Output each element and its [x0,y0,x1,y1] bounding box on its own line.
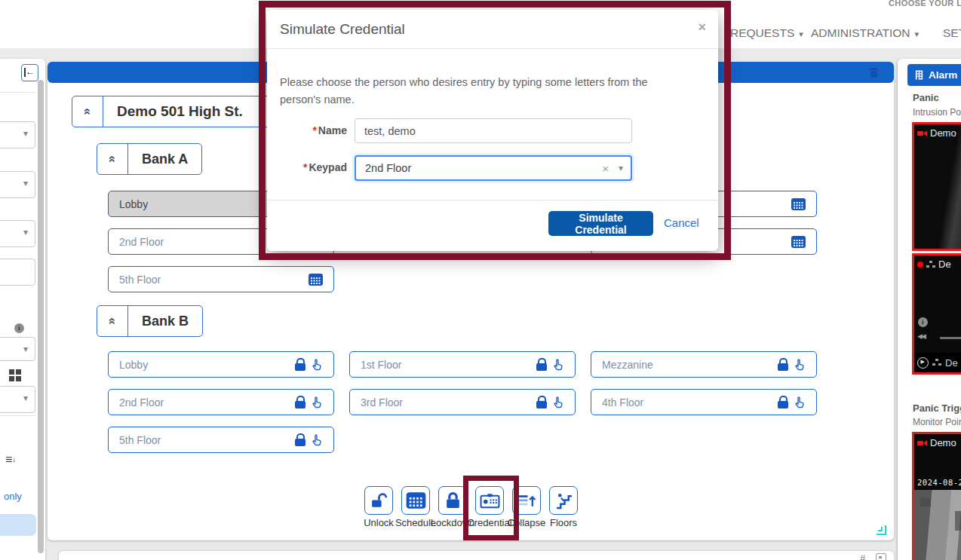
grid-view-icon[interactable] [9,369,21,381]
window-icon[interactable] [876,553,886,560]
bank-a-header: Bank A [97,143,202,175]
nav-administration-label: ADMINISTRATION [811,26,910,39]
only-filter-link[interactable]: only [4,491,22,502]
choose-language-link[interactable]: CHOOSE YOUR LA [889,0,961,8]
modal-header: Simulate Credential × [267,10,718,49]
required-marker: * [303,161,307,173]
credential-badge-icon [480,493,500,509]
sidebar-dropdown-5[interactable] [0,386,35,413]
camera-label: Demo [930,437,956,448]
nav-administration[interactable]: ADMINISTRATION [811,26,919,40]
alarm-subtitle: Intrusion Poi [913,107,961,118]
credential-button[interactable] [475,486,504,515]
recording-dot-icon [917,262,923,268]
sidebar-dropdown-1[interactable] [0,121,35,148]
unlock-icon [370,491,388,510]
modal-title: Simulate Credential [280,21,405,38]
floor-button-1st-floor[interactable]: 1st Floor [349,351,576,378]
floor-label: Mezzanine [602,359,653,371]
chevron-down-icon[interactable] [619,163,623,173]
sort-descending-icon[interactable]: ≡ [5,454,16,465]
dock-panel-icon[interactable] [21,64,38,81]
unlock-tool: Unlock [364,486,393,515]
hand-tap-icon [552,396,564,409]
modal-footer: Simulate Credential Cancel [267,200,718,251]
bank-a-collapse-button[interactable] [97,144,128,174]
nav-requests[interactable]: REQUESTS [730,26,803,40]
floor-button-mezzanine[interactable]: Mezzanine [591,351,817,378]
floor-button-3rd-floor[interactable]: 3rd Floor [349,389,576,415]
floor-label: Lobby [119,198,148,210]
schedule-tool: Schedule [401,486,430,515]
simulate-credential-submit-button[interactable]: Simulate Credential [548,211,653,236]
sidebar-dropdown-2[interactable] [0,171,35,198]
floor-button-4th-floor[interactable]: 4th Floor [591,389,817,415]
floor-label: 2nd Floor [119,396,164,409]
panel-resize-handle[interactable] [877,525,886,535]
floor-button-5th-floor[interactable]: 5th Floor [108,266,334,292]
keypad-field-label: *Keypad [280,161,347,173]
close-icon[interactable]: × [698,20,706,35]
camera-thumbnail-1[interactable]: Demo [912,122,961,251]
scrub-bar[interactable] [940,337,961,339]
bank-b-header: Bank B [97,305,203,337]
sitemap-icon [926,261,935,268]
name-input[interactable] [355,118,632,143]
floor-button-5th-floor[interactable]: 5th Floor [108,427,334,453]
modal-description: Please choose the person who desires ent… [280,74,683,109]
tool-label: Unlock [364,517,394,528]
nav-settings[interactable]: SET [943,26,961,40]
sidebar-divider [0,415,35,416]
camera-thumbnail-3[interactable]: Demo 2024-08-28 [912,432,961,560]
floor-button-lobby[interactable]: Lobby [108,351,334,378]
alarm-button-label: Alarm [929,69,957,81]
floor-label: 3rd Floor [361,396,403,409]
floor-label: 5th Floor [119,434,161,446]
stairs-icon [554,491,573,510]
schedule-button[interactable] [401,486,430,515]
video-timestamp: 2024-08-28 [917,478,961,487]
nav-settings-label: SET [943,26,961,39]
site-collapse-button[interactable] [72,96,103,127]
hash-icon[interactable]: # [860,552,865,560]
rewind-icon[interactable]: ◀◀ [917,332,925,340]
lock-icon [778,401,788,409]
video-frame [914,124,961,249]
lock-icon [444,491,462,510]
sidebar-dropdown-3[interactable] [0,220,35,247]
sidebar-field[interactable] [0,259,35,286]
floor-label: 2nd Floor [119,236,164,248]
sidebar-dropdown-4[interactable] [0,337,35,361]
floors-tool: Floors [549,486,578,515]
sitemap-icon [932,359,941,366]
sidebar-selected-item[interactable] [0,514,36,536]
required-marker: * [312,124,316,136]
lockdown-button[interactable] [438,486,467,515]
camera-icon [917,440,927,446]
alarm-subtitle: Monitor Poin [913,417,961,427]
lock-icon [536,401,547,409]
video-frame [914,490,961,560]
floors-button[interactable] [549,486,578,515]
lock-icon [295,363,305,371]
camera-thumbnail-2[interactable]: De ◀◀ De [912,253,961,375]
lockdown-tool: Lockdown [438,486,467,515]
app-screen: CHOOSE YOUR LA REQUESTS ADMINISTRATION S… [0,0,961,560]
sidebar-scrollbar[interactable] [38,80,44,553]
camera-caption-label: De [945,357,958,369]
keypad-select[interactable]: 2nd Floor × [355,155,632,181]
camera-caption-row[interactable]: De [914,353,961,372]
floor-button-2nd-floor[interactable]: 2nd Floor [108,389,334,415]
alarm-button[interactable]: Alarm [907,64,961,86]
bank-b-collapse-button[interactable] [97,306,128,336]
cancel-button[interactable]: Cancel [664,216,699,229]
collapse-button[interactable] [512,486,541,515]
collapse-icon [517,491,536,510]
calendar-icon [791,198,806,210]
info-icon[interactable] [918,317,928,327]
clear-selection-icon[interactable]: × [602,162,609,175]
trash-icon[interactable] [867,66,880,82]
unlock-button[interactable] [364,486,393,515]
credential-tool: Credential [475,486,504,515]
chevron-double-up-icon [80,108,95,115]
